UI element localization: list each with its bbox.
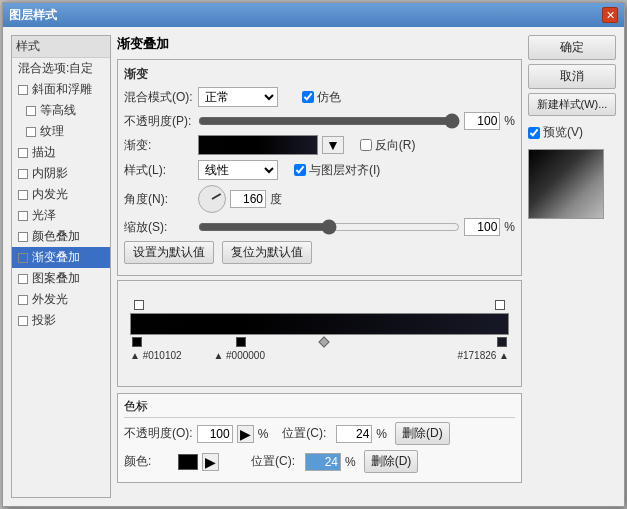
std-opacity-unit: % bbox=[258, 427, 269, 441]
texture-checkbox[interactable] bbox=[26, 127, 36, 137]
reverse-text: 反向(R) bbox=[375, 137, 416, 154]
preview-checkbox-label[interactable]: 预览(V) bbox=[528, 124, 616, 141]
color-stops-row bbox=[130, 336, 509, 350]
sidebar-item-bevel[interactable]: 斜面和浮雕 bbox=[12, 79, 110, 100]
sidebar: 样式 混合选项:自定 斜面和浮雕 等高线 纹理 描边 bbox=[11, 35, 111, 498]
reset-default-button[interactable]: 复位为默认值 bbox=[222, 241, 312, 264]
sidebar-item-drop-shadow[interactable]: 投影 bbox=[12, 310, 110, 331]
dither-checkbox[interactable] bbox=[302, 91, 314, 103]
cancel-button[interactable]: 取消 bbox=[528, 64, 616, 89]
outer-glow-checkbox[interactable] bbox=[18, 295, 28, 305]
sidebar-item-texture[interactable]: 纹理 bbox=[12, 121, 110, 142]
stroke-checkbox[interactable] bbox=[18, 148, 28, 158]
contour-checkbox[interactable] bbox=[26, 106, 36, 116]
align-label[interactable]: 与图层对齐(I) bbox=[294, 162, 380, 179]
gradient-outer: ▲ #010102 ▲ #000000 #171826 ▲ bbox=[124, 285, 515, 382]
main-window: 图层样式 ✕ 样式 混合选项:自定 斜面和浮雕 等高线 纹理 bbox=[2, 2, 625, 507]
sidebar-item-inner-glow[interactable]: 内发光 bbox=[12, 184, 110, 205]
dither-checkbox-label[interactable]: 仿色 bbox=[302, 89, 341, 106]
satin-checkbox[interactable] bbox=[18, 211, 28, 221]
inner-glow-checkbox[interactable] bbox=[18, 190, 28, 200]
sidebar-item-label: 外发光 bbox=[32, 291, 68, 308]
preview-text: 预览(V) bbox=[543, 124, 583, 141]
drop-shadow-checkbox[interactable] bbox=[18, 316, 28, 326]
panel-sub-title: 渐变 bbox=[124, 66, 515, 83]
sidebar-item-gradient-overlay[interactable]: 渐变叠加 bbox=[12, 247, 110, 268]
preview-checkbox[interactable] bbox=[528, 127, 540, 139]
color-label-right: #171826 ▲ bbox=[457, 350, 509, 361]
scale-input[interactable] bbox=[464, 218, 500, 236]
sidebar-item-label: 光泽 bbox=[32, 207, 56, 224]
sidebar-item-outer-glow[interactable]: 外发光 bbox=[12, 289, 110, 310]
std-opacity-arrow[interactable]: ▶ bbox=[237, 425, 254, 443]
align-checkbox[interactable] bbox=[294, 164, 306, 176]
delete-button-2[interactable]: 删除(D) bbox=[364, 450, 419, 473]
style-row: 样式(L): 线性 与图层对齐(I) bbox=[124, 160, 515, 180]
gradient-row: 渐变: ▼ 反向(R) bbox=[124, 135, 515, 155]
opacity-input[interactable] bbox=[464, 112, 500, 130]
reverse-checkbox[interactable] bbox=[360, 139, 372, 151]
title-bar: 图层样式 ✕ bbox=[3, 3, 624, 27]
bevel-checkbox[interactable] bbox=[18, 85, 28, 95]
color-swatch[interactable] bbox=[178, 454, 198, 470]
sidebar-item-blend[interactable]: 混合选项:自定 bbox=[12, 58, 110, 79]
gradient-panel: 渐变 混合模式(O): 正常 仿色 bbox=[117, 59, 522, 276]
std-opacity-input[interactable] bbox=[197, 425, 233, 443]
scale-slider[interactable] bbox=[198, 220, 460, 234]
inner-shadow-checkbox[interactable] bbox=[18, 169, 28, 179]
ok-button[interactable]: 确定 bbox=[528, 35, 616, 60]
set-default-button[interactable]: 设置为默认值 bbox=[124, 241, 214, 264]
opacity-stop-left[interactable] bbox=[134, 300, 144, 310]
sidebar-item-inner-shadow[interactable]: 内阴影 bbox=[12, 163, 110, 184]
angle-dial[interactable] bbox=[198, 185, 226, 213]
std-color-label: 颜色: bbox=[124, 453, 174, 470]
blend-mode-select[interactable]: 正常 bbox=[198, 87, 278, 107]
gradient-bar-panel: ▲ #010102 ▲ #000000 #171826 ▲ bbox=[117, 280, 522, 387]
sidebar-item-satin[interactable]: 光泽 bbox=[12, 205, 110, 226]
angle-unit: 度 bbox=[270, 191, 282, 208]
gradient-dropdown-btn[interactable]: ▼ bbox=[322, 136, 344, 154]
sidebar-item-stroke[interactable]: 描边 bbox=[12, 142, 110, 163]
align-text: 与图层对齐(I) bbox=[309, 162, 380, 179]
close-button[interactable]: ✕ bbox=[602, 7, 618, 23]
std-position-input2[interactable] bbox=[305, 453, 341, 471]
scale-slider-container bbox=[198, 220, 460, 234]
content-area: 样式 混合选项:自定 斜面和浮雕 等高线 纹理 描边 bbox=[3, 27, 624, 506]
color-stop-mid[interactable] bbox=[236, 337, 246, 347]
scale-row: 缩放(S): % bbox=[124, 218, 515, 236]
pattern-overlay-checkbox[interactable] bbox=[18, 274, 28, 284]
std-position-input1[interactable] bbox=[336, 425, 372, 443]
top-content: 渐变叠加 渐变 混合模式(O): 正常 仿色 bbox=[117, 35, 616, 498]
reverse-label[interactable]: 反向(R) bbox=[360, 137, 416, 154]
angle-input[interactable] bbox=[230, 190, 266, 208]
angle-label: 角度(N): bbox=[124, 191, 194, 208]
blend-mode-label: 混合模式(O): bbox=[124, 89, 194, 106]
angle-needle bbox=[212, 193, 222, 200]
color-std-title: 色标 bbox=[124, 398, 515, 418]
gradient-color-bar[interactable] bbox=[130, 313, 509, 335]
color-overlay-checkbox[interactable] bbox=[18, 232, 28, 242]
sidebar-title: 样式 bbox=[12, 36, 110, 58]
opacity-stop-right[interactable] bbox=[495, 300, 505, 310]
sidebar-item-label: 描边 bbox=[32, 144, 56, 161]
gradient-overlay-checkbox[interactable] bbox=[18, 253, 28, 263]
sidebar-item-label: 投影 bbox=[32, 312, 56, 329]
opacity-stops-row bbox=[130, 299, 509, 311]
color-arrow[interactable]: ▶ bbox=[202, 453, 219, 471]
style-select[interactable]: 线性 bbox=[198, 160, 278, 180]
sidebar-item-contour[interactable]: 等高线 bbox=[12, 100, 110, 121]
delete-button-1[interactable]: 删除(D) bbox=[395, 422, 450, 445]
opacity-slider[interactable] bbox=[198, 114, 460, 128]
new-style-button[interactable]: 新建样式(W)... bbox=[528, 93, 616, 116]
color-stop-left[interactable] bbox=[132, 337, 142, 347]
dither-label: 仿色 bbox=[317, 89, 341, 106]
sidebar-item-color-overlay[interactable]: 颜色叠加 bbox=[12, 226, 110, 247]
color-stop-diamond[interactable] bbox=[318, 336, 329, 347]
sidebar-item-label: 渐变叠加 bbox=[32, 249, 80, 266]
std-opacity-label: 不透明度(O): bbox=[124, 425, 193, 442]
sidebar-item-label: 内发光 bbox=[32, 186, 68, 203]
color-stop-right[interactable] bbox=[497, 337, 507, 347]
color-labels-row: ▲ #010102 ▲ #000000 #171826 ▲ bbox=[130, 350, 509, 366]
sidebar-item-pattern-overlay[interactable]: 图案叠加 bbox=[12, 268, 110, 289]
gradient-picker[interactable] bbox=[198, 135, 318, 155]
